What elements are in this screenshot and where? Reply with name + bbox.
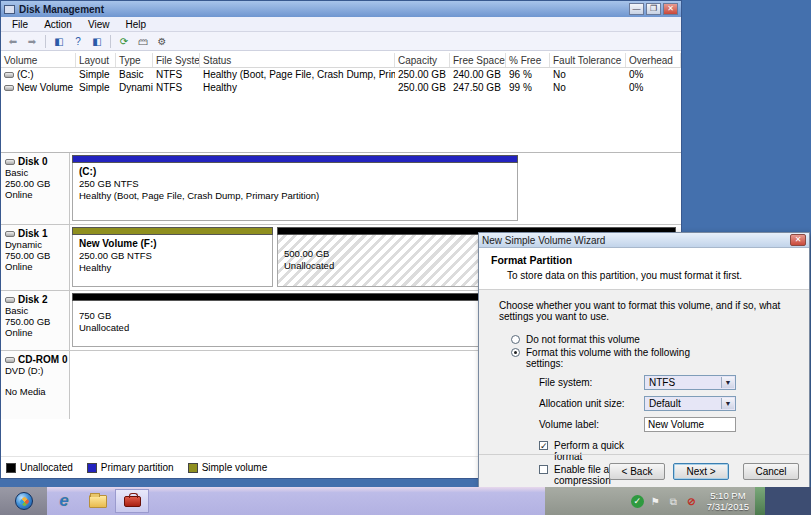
menubar: File Action View Help (1, 17, 681, 32)
cell-type: Dynamic (116, 82, 153, 93)
radio-icon-selected[interactable] (511, 348, 520, 357)
back-button[interactable]: < Back (609, 463, 665, 480)
cdrom-label[interactable]: CD-ROM 0 DVD (D:) No Media (1, 351, 70, 419)
app-icon (4, 5, 15, 14)
chevron-down-icon[interactable]: ▼ (721, 398, 734, 409)
cell-fault: No (550, 82, 626, 93)
col-overhead[interactable]: Overhead (626, 53, 681, 67)
col-layout[interactable]: Layout (76, 53, 116, 67)
restore-button[interactable]: ❐ (646, 3, 661, 15)
partition-c[interactable]: (C:) 250 GB NTFS Healthy (Boot, Page Fil… (72, 155, 518, 221)
radio-icon[interactable] (511, 335, 520, 344)
legend-primary-partition: Primary partition (87, 462, 174, 473)
rescan-icon[interactable]: ⚙ (154, 34, 170, 49)
col-pct-free[interactable]: % Free (506, 53, 550, 67)
show-desktop-strip[interactable] (755, 487, 765, 515)
col-file-system[interactable]: File System (153, 53, 200, 67)
security-check-icon[interactable]: ✓ (631, 495, 644, 508)
col-fault-tolerance[interactable]: Fault Tolerance (550, 53, 626, 67)
cell-overhead: 0% (626, 82, 681, 93)
cell-free: 247.50 GB (450, 82, 506, 93)
volume-label-row: Volume label: (539, 417, 795, 432)
next-button[interactable]: Next > (673, 463, 729, 480)
taskbar-clock[interactable]: 5:10 PM 7/31/2015 (707, 490, 749, 512)
system-tray: ✓ ⚑ ⧉ ⊘ 5:10 PM 7/31/2015 (545, 487, 755, 515)
chevron-down-icon[interactable]: ▼ (721, 377, 734, 388)
volume-muted-icon[interactable]: ⊘ (685, 495, 698, 508)
table-row[interactable]: (C:) Simple Basic NTFS Healthy (Boot, Pa… (1, 68, 681, 81)
wizard-heading: Format Partition (491, 254, 799, 266)
cell-volume: New Volume (F:) (17, 82, 76, 93)
wizard-intro: Choose whether you want to format this v… (499, 300, 795, 322)
disk-icon (5, 297, 15, 303)
cancel-button[interactable]: Cancel (743, 463, 799, 480)
cell-status: Healthy (Boot, Page File, Crash Dump, Pr… (200, 69, 395, 80)
col-status[interactable]: Status (200, 53, 395, 67)
checkbox-checked-icon[interactable]: ✓ (539, 441, 548, 450)
volume-icon (4, 72, 14, 78)
unallocated-swatch (6, 463, 16, 473)
file-system-select[interactable]: NTFS ▼ (644, 375, 736, 390)
minimize-button[interactable]: — (629, 3, 644, 15)
windows-start-icon (15, 492, 33, 510)
folder-icon (89, 495, 107, 508)
cell-pct: 99 % (506, 82, 550, 93)
menu-view[interactable]: View (81, 18, 117, 31)
disk1-label[interactable]: Disk 1 Dynamic 750.00 GB Online (1, 225, 70, 290)
menu-action[interactable]: Action (37, 18, 79, 31)
forward-icon[interactable]: ➡ (24, 34, 40, 49)
disk-icon (5, 159, 15, 165)
titlebar[interactable]: Disk Management — ❐ ✕ (1, 1, 681, 17)
table-row[interactable]: New Volume (F:) Simple Dynamic NTFS Heal… (1, 81, 681, 94)
taskbar: e ✓ ⚑ ⧉ ⊘ 5:10 PM 7/31/2015 (0, 487, 811, 515)
close-button[interactable]: ✕ (663, 3, 678, 15)
start-button[interactable] (0, 487, 47, 515)
toolbar-separator (110, 35, 111, 48)
toolbar-separator (45, 35, 46, 48)
partition-f[interactable]: New Volume (F:) 250.00 GB NTFS Healthy (72, 227, 273, 287)
col-free-space[interactable]: Free Space (450, 53, 506, 67)
cell-fault: No (550, 69, 626, 80)
refresh-icon[interactable]: ⟳ (116, 34, 132, 49)
volume-list-header: Volume Layout Type File System Status Ca… (1, 53, 681, 68)
radio-do-not-format[interactable]: Do not format this volume (511, 334, 795, 345)
action-center-flag-icon[interactable]: ⚑ (649, 495, 662, 508)
radio-format-volume[interactable]: Format this volume with the following se… (511, 347, 795, 369)
wizard-close-icon[interactable]: ✕ (790, 234, 806, 246)
wizard-footer: < Back Next > Cancel (479, 454, 809, 487)
internet-explorer-taskbar-icon[interactable]: e (47, 487, 81, 515)
allocation-unit-select[interactable]: Default ▼ (644, 396, 736, 411)
simple-volume-bar (72, 227, 273, 235)
volume-icon (4, 85, 14, 91)
disk-row-0: Disk 0 Basic 250.00 GB Online (C:) 250 G… (1, 153, 681, 225)
menu-file[interactable]: File (5, 18, 35, 31)
col-capacity[interactable]: Capacity (395, 53, 450, 67)
disk-icon[interactable]: 🗃 (135, 34, 151, 49)
disk0-label[interactable]: Disk 0 Basic 250.00 GB Online (1, 153, 70, 224)
console-window-icon[interactable]: ◧ (51, 34, 67, 49)
cell-free: 240.00 GB (450, 69, 506, 80)
cell-pct: 96 % (506, 69, 550, 80)
toolbar: ⬅ ➡ ◧ ? ◧ ⟳ 🗃 ⚙ (1, 32, 681, 51)
cell-layout: Simple (76, 69, 116, 80)
wizard-subheading: To store data on this partition, you mus… (507, 270, 799, 281)
volume-label-input[interactable] (644, 417, 736, 432)
cell-overhead: 0% (626, 69, 681, 80)
wizard-header: Format Partition To store data on this p… (479, 248, 809, 290)
help-icon[interactable]: ? (70, 34, 86, 49)
network-icon[interactable]: ⧉ (667, 495, 680, 508)
file-explorer-taskbar-icon[interactable] (81, 487, 115, 515)
col-type[interactable]: Type (116, 53, 153, 67)
cell-layout: Simple (76, 82, 116, 93)
volume-label-label: Volume label: (539, 419, 644, 430)
primary-partition-swatch (87, 463, 97, 473)
disk2-label[interactable]: Disk 2 Basic 750.00 GB Online (1, 291, 70, 350)
col-volume[interactable]: Volume (1, 53, 76, 67)
disk-management-taskbar-icon[interactable] (115, 489, 149, 513)
volume-list: Volume Layout Type File System Status Ca… (1, 53, 681, 153)
wizard-titlebar[interactable]: New Simple Volume Wizard ✕ (479, 233, 809, 248)
wizard-title: New Simple Volume Wizard (482, 235, 790, 246)
back-icon[interactable]: ⬅ (5, 34, 21, 49)
menu-help[interactable]: Help (118, 18, 153, 31)
properties-window-icon[interactable]: ◧ (89, 34, 105, 49)
